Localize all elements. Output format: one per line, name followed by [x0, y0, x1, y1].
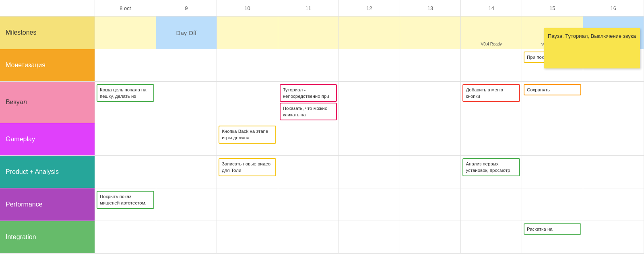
cell-milestones-d11	[278, 17, 339, 49]
header-row: 8 oct910111213141516	[0, 0, 644, 17]
row-label-visual: Визуал	[0, 82, 95, 123]
task-card[interactable]: Туториал - непосредственно при	[280, 84, 337, 102]
day-header-d12: 12	[339, 0, 400, 16]
cell-integration-d10	[217, 221, 278, 253]
cell-visual-d16	[583, 82, 644, 123]
row-label-integration: Integration	[0, 221, 95, 253]
cell-product-analysis-d11	[278, 156, 339, 188]
sticky-note: Пауза, Туториал, Выключение звука	[544, 28, 640, 68]
day-header-d10: 10	[217, 0, 278, 16]
task-card[interactable]: Добавить в меню кнопки	[462, 84, 520, 102]
cell-product-analysis-d10: Записать новые видео для Толи	[217, 156, 278, 188]
cell-integration-d13	[400, 221, 461, 253]
cell-monetization-d13	[400, 49, 461, 81]
cell-gameplay-d8	[95, 123, 156, 155]
day-header-d16: 16	[583, 0, 644, 16]
cell-integration-d15: Раскатка на	[522, 221, 583, 253]
cell-integration-d12	[339, 221, 400, 253]
cell-monetization-d14	[461, 49, 522, 81]
cell-performance-d8: Покрыть показ мишеней автотестом.	[95, 188, 156, 221]
cell-product-analysis-d13	[400, 156, 461, 188]
day-header-d8: 8 oct	[95, 0, 156, 16]
task-card[interactable]: Покрыть показ мишеней автотестом.	[97, 191, 154, 209]
task-card[interactable]: Когда цель попала на пешку, делать из	[97, 84, 154, 102]
day-header-d9: 9	[156, 0, 217, 16]
row-label-performance: Performance	[0, 188, 95, 221]
cell-visual-d14: Добавить в меню кнопки	[461, 82, 522, 123]
milestone-label: V0.4 Ready	[461, 42, 522, 46]
cell-visual-d11: Туториал - непосредственно приПоказать, …	[278, 82, 339, 123]
calendar-row-product-analysis: Product + AnalysisЗаписать новые видео д…	[0, 156, 644, 188]
cell-performance-d9	[156, 188, 217, 221]
cell-monetization-d8	[95, 49, 156, 81]
cell-milestones-d10	[217, 17, 278, 49]
cell-performance-d11	[278, 188, 339, 221]
cell-integration-d11	[278, 221, 339, 253]
row-label-gameplay: Gameplay	[0, 123, 95, 155]
cell-performance-d13	[400, 188, 461, 221]
cell-performance-d10	[217, 188, 278, 221]
cell-monetization-d12	[339, 49, 400, 81]
cell-visual-d15: Сохранять	[522, 82, 583, 123]
cell-performance-d14	[461, 188, 522, 221]
cell-performance-d12	[339, 188, 400, 221]
cell-milestones-d8	[95, 17, 156, 49]
cell-integration-d9	[156, 221, 217, 253]
task-card[interactable]: Анализ первых установок, просмотр	[462, 158, 520, 176]
row-label-monetization: Монетизация	[0, 49, 95, 81]
cell-gameplay-d16	[583, 123, 644, 155]
cell-visual-d8: Когда цель попала на пешку, делать из	[95, 82, 156, 123]
task-card[interactable]: Записать новые видео для Толи	[219, 158, 276, 176]
calendar-row-performance: PerformanceПокрыть показ мишеней автотес…	[0, 188, 644, 221]
cell-gameplay-d15	[522, 123, 583, 155]
cell-gameplay-d12	[339, 123, 400, 155]
calendar-row-visual: ВизуалКогда цель попала на пешку, делать…	[0, 82, 644, 123]
cell-integration-d16	[583, 221, 644, 253]
cell-gameplay-d11	[278, 123, 339, 155]
day-header-d11: 11	[278, 0, 339, 16]
task-card[interactable]: Кнопка Back на этапе игры должна	[219, 126, 276, 143]
cell-product-analysis-d16	[583, 156, 644, 188]
cell-monetization-d11	[278, 49, 339, 81]
cell-milestones-d14: V0.4 Ready	[461, 17, 522, 49]
calendar-row-gameplay: GameplayКнопка Back на этапе игры должна	[0, 123, 644, 156]
cell-monetization-d9	[156, 49, 217, 81]
row-label-milestones: Milestones	[0, 17, 95, 49]
day-header-d14: 14	[461, 0, 522, 16]
cell-product-analysis-d12	[339, 156, 400, 188]
cell-product-analysis-d9	[156, 156, 217, 188]
cell-gameplay-d10: Кнопка Back на этапе игры должна	[217, 123, 278, 155]
cell-integration-d14	[461, 221, 522, 253]
row-label-product-analysis: Product + Analysis	[0, 156, 95, 188]
cell-visual-d9	[156, 82, 217, 123]
day-header-d15: 15	[522, 0, 583, 16]
cell-visual-d10	[217, 82, 278, 123]
cell-gameplay-d9	[156, 123, 217, 155]
cell-performance-d16	[583, 188, 644, 221]
cell-milestones-d13	[400, 17, 461, 49]
cell-gameplay-d13	[400, 123, 461, 155]
task-card[interactable]: Сохранять	[524, 84, 581, 95]
cell-monetization-d10	[217, 49, 278, 81]
cell-visual-d12	[339, 82, 400, 123]
cell-milestones-d9: Day Off	[156, 17, 217, 49]
cell-integration-d8	[95, 221, 156, 253]
cell-gameplay-d14	[461, 123, 522, 155]
cell-product-analysis-d15	[522, 156, 583, 188]
day-off-label: Day Off	[158, 18, 215, 47]
cell-milestones-d12	[339, 17, 400, 49]
task-card[interactable]: Показать, что можно кликать на	[280, 103, 337, 120]
task-card[interactable]: Раскатка на	[524, 223, 581, 235]
cell-product-analysis-d8	[95, 156, 156, 188]
day-header-d13: 13	[400, 0, 461, 16]
cell-visual-d13	[400, 82, 461, 123]
calendar-row-integration: IntegrationРаскатка на	[0, 221, 644, 254]
row-label-header-empty	[0, 0, 95, 16]
cell-performance-d15	[522, 188, 583, 221]
cell-product-analysis-d14: Анализ первых установок, просмотр	[461, 156, 522, 188]
